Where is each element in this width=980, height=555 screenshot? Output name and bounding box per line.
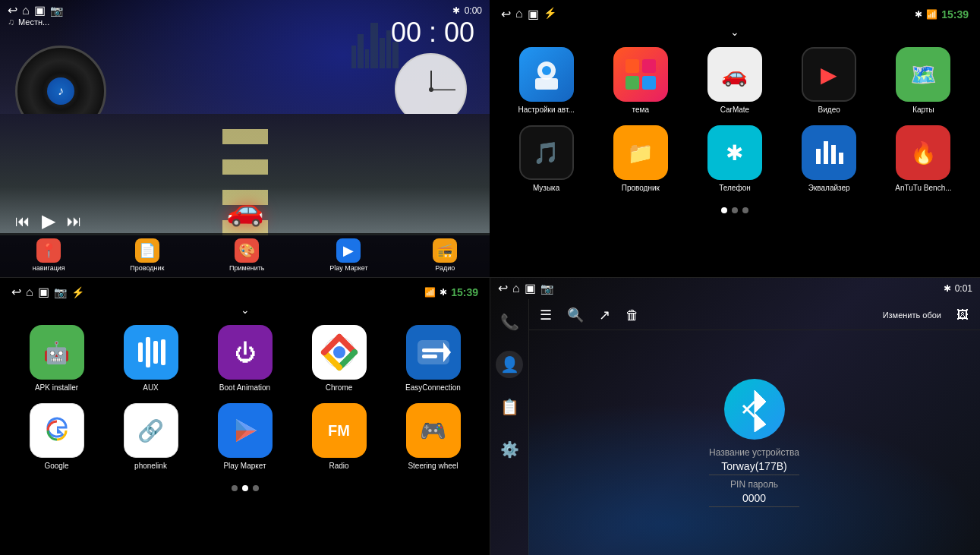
delete-icon[interactable]: 🗑 [625, 307, 639, 323]
usb-icon-q2: ⚡ [544, 7, 556, 21]
svg-rect-1 [535, 78, 558, 90]
status-left-q3: ↩ ⌂ ▣ 📷 ⚡ [11, 285, 84, 299]
app-video[interactable]: ▶ Видео [788, 47, 871, 114]
home-icon-q2[interactable]: ⌂ [515, 7, 523, 21]
chevron-down-q3[interactable]: ⌄ [4, 304, 486, 316]
status-bar-q2: ↩ ⌂ ▣ ⚡ ✱ 📶 15:39 [493, 4, 976, 24]
phonelink-icon: 🔗 [124, 403, 178, 458]
app-aux[interactable]: AUX [109, 325, 192, 392]
app-play-market-q3[interactable]: Play Маркет [203, 403, 286, 470]
nav-icon: 📍 [36, 238, 61, 263]
app-music[interactable]: 🎵 Музыка [505, 125, 588, 192]
next-button[interactable]: ⏭ [67, 213, 82, 230]
back-arrow-icon[interactable]: ↩ [8, 3, 17, 17]
music-label: Музыка [533, 184, 559, 192]
recent-icon-q3[interactable]: ▣ [38, 285, 49, 299]
home-icon-q4[interactable]: ⌂ [512, 282, 520, 295]
search-icon[interactable]: 🔍 [567, 307, 584, 323]
app-carmate[interactable]: 🚗 CarMate [693, 47, 776, 114]
bluetooth-sidebar: 📞 👤 📋 ⚙️ [490, 301, 528, 555]
recent-icon-q4[interactable]: ▣ [525, 281, 536, 295]
svg-rect-7 [816, 149, 821, 164]
app-apk-installer[interactable]: 🤖 APK installer [15, 325, 98, 392]
screenshot-icon-q3[interactable]: 📷 [54, 286, 67, 298]
theme-icon [613, 47, 668, 102]
app-playmarket-q1[interactable]: ▶ Play Маркет [329, 238, 367, 272]
recent-icon-q2[interactable]: ▣ [528, 7, 539, 21]
wallpaper-icon[interactable]: 🖼 [956, 308, 969, 322]
status-right-q2: ✱ 📶 15:39 [915, 8, 969, 20]
apply-icon: 🎨 [235, 238, 259, 263]
app-antutu[interactable]: 🔥 AnTuTu Bench... [882, 125, 965, 192]
play-button[interactable]: ▶ [42, 210, 55, 232]
svg-rect-5 [625, 76, 639, 90]
pin-label: PIN пароль [709, 479, 799, 490]
clock-center [429, 87, 433, 92]
app-radio-q3[interactable]: FM Radio [298, 403, 380, 470]
sidebar-phone-icon[interactable]: 📞 [496, 308, 523, 336]
svg-rect-11 [146, 337, 150, 367]
app-apply[interactable]: 🎨 Применить [229, 238, 265, 272]
app-maps[interactable]: 🗺️ Карты [882, 47, 965, 114]
screenshot-icon-q4[interactable]: 📷 [540, 282, 553, 295]
svg-rect-9 [831, 145, 836, 164]
app-boot-animation[interactable]: ⏻ Boot Animation [203, 325, 286, 392]
home-icon-q3[interactable]: ⌂ [26, 285, 33, 299]
carmate-icon: 🚗 [707, 47, 762, 102]
app-explorer-q1[interactable]: 📄 Проводник [130, 238, 164, 272]
car-icon: 🚗 [226, 192, 264, 228]
bluetooth-main-content: ☰ 🔍 ↗ 🗑 Изменить обои 🖼 Название устройс… [528, 301, 980, 555]
app-phone[interactable]: ✱ Телефон [693, 125, 776, 192]
status-right-q3: 📶 ✱ 15:39 [424, 286, 478, 298]
app-easy-connection[interactable]: EasyConnection [392, 325, 474, 392]
screenshot-icon[interactable]: 📷 [50, 5, 63, 17]
music-note-icon: ♫ [8, 17, 14, 27]
back-icon-q2[interactable]: ↩ [501, 7, 511, 21]
recent-apps-icon[interactable]: ▣ [34, 3, 46, 17]
app-phonelink[interactable]: 🔗 phonelink [109, 403, 192, 470]
app-theme[interactable]: тема [599, 47, 682, 114]
back-icon-q3[interactable]: ↩ [11, 285, 21, 299]
sidebar-settings-icon[interactable]: ⚙️ [496, 436, 523, 463]
chevron-down-icon[interactable]: ⌄ [493, 26, 976, 38]
page-dot-q3-3[interactable] [253, 485, 259, 491]
app-settings-auto[interactable]: Настройки авт... [505, 47, 588, 114]
sidebar-calllog-icon[interactable]: 📋 [496, 393, 523, 421]
sidebar-contacts-icon[interactable]: 👤 [496, 351, 523, 378]
steering-wheel-icon: 🎮 [406, 403, 461, 458]
back-icon-q4[interactable]: ↩ [498, 281, 508, 295]
app-navigation[interactable]: 📍 навигация [33, 238, 65, 272]
settings-auto-icon [519, 47, 574, 102]
page-dot-2[interactable] [732, 207, 738, 213]
status-bar-q4: ↩ ⌂ ▣ 📷 ✱ 0:01 [490, 278, 980, 298]
app-filemanager[interactable]: 📁 Проводник [599, 125, 682, 192]
app-google[interactable]: Google [15, 403, 98, 470]
wifi-icon-q3: 📶 [424, 287, 436, 298]
page-dot-1[interactable] [721, 207, 727, 213]
device-name-value: Torway(177B) [709, 460, 799, 475]
status-icons-left: ↩ ⌂ ▣ 📷 [8, 3, 63, 17]
page-dot-q3-1[interactable] [232, 485, 238, 491]
app-chrome[interactable]: Chrome [298, 325, 380, 392]
radio-label-q3: Radio [329, 462, 348, 470]
home-icon[interactable]: ⌂ [22, 4, 30, 17]
share-icon[interactable]: ↗ [599, 307, 610, 323]
settings-auto-label: Настройки авт... [518, 106, 574, 114]
app-radio-q1[interactable]: 📻 Радио [433, 238, 457, 272]
phonelink-label: phonelink [134, 462, 167, 470]
video-label: Видео [818, 106, 840, 114]
page-dot-3[interactable] [742, 207, 748, 213]
svg-rect-10 [839, 153, 843, 164]
radio-icon-q3: FM [312, 403, 367, 458]
bluetooth-toolbar: ☰ 🔍 ↗ 🗑 Изменить обои 🖼 [528, 301, 980, 330]
app-steering-wheel[interactable]: 🎮 Steering wheel [392, 403, 474, 470]
player-controls: ⏮ ▶ ⏭ [15, 210, 82, 232]
prev-button[interactable]: ⏮ [15, 213, 30, 230]
list-view-icon[interactable]: ☰ [540, 307, 552, 323]
wallpaper-button[interactable]: Изменить обои [883, 311, 941, 320]
svg-rect-14 [161, 339, 165, 365]
svg-marker-23 [236, 419, 257, 430]
music-icon: 🎵 [519, 125, 574, 180]
app-equalizer[interactable]: Эквалайзер [788, 125, 871, 192]
page-dot-q3-2[interactable] [242, 485, 248, 491]
